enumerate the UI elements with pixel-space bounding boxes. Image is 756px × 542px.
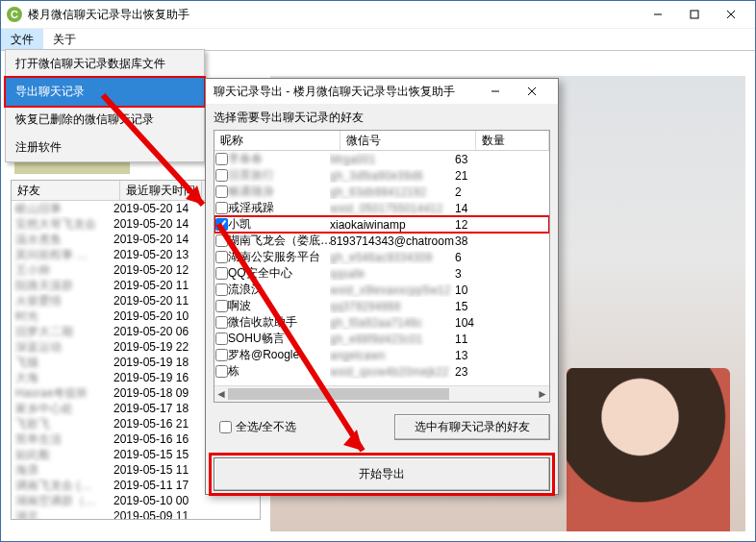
- row-count: 38: [455, 234, 503, 248]
- dialog-minimize-button[interactable]: [477, 81, 514, 102]
- col-nickname[interactable]: 昵称: [214, 131, 340, 150]
- list-row[interactable]: SOHU畅言gh_e88f9d423c0111: [214, 331, 549, 347]
- friend-listview: 昵称 微信号 数量 李春春Mrga00163旧喜旅行gh_3dfba90e39d…: [214, 130, 550, 403]
- row-checkbox[interactable]: [215, 202, 228, 214]
- row-checkbox[interactable]: [215, 153, 228, 165]
- dialog-instruction: 选择需要导出聊天记录的好友: [214, 110, 550, 126]
- maximize-button[interactable]: [676, 4, 713, 25]
- col-last-time[interactable]: 最近聊天时间: [120, 181, 202, 200]
- list-row[interactable]: 戒淫戒躁wxid_050175501441214: [214, 200, 549, 216]
- horizontal-scrollbar[interactable]: ◄ ►: [214, 385, 549, 402]
- row-checkbox[interactable]: [215, 234, 228, 247]
- col-count[interactable]: 数量: [476, 131, 549, 150]
- menu-file[interactable]: 文件: [1, 29, 43, 50]
- friend-name: 大海: [12, 370, 112, 386]
- friend-name: 如此般: [12, 447, 112, 463]
- friend-row[interactable]: 湖北2019-05-09 11: [12, 508, 260, 520]
- row-checkbox[interactable]: [215, 365, 228, 378]
- friend-name: 火柴爱情: [12, 293, 112, 309]
- select-all-input[interactable]: [219, 421, 232, 433]
- select-has-chat-button[interactable]: 选中有聊天记录的好友: [394, 414, 550, 440]
- menu-register[interactable]: 注册软件: [6, 134, 204, 161]
- list-row[interactable]: 李春春Mrga00163: [214, 151, 549, 167]
- list-row[interactable]: 栋wxid_qxvw4b20mejk2223: [214, 363, 549, 380]
- start-export-button[interactable]: 开始导出: [214, 457, 550, 491]
- file-menu-dropdown: 打开微信聊天记录数据库文件 导出聊天记录 恢复已删除的微信聊天记录 注册软件: [5, 49, 205, 162]
- row-wechat-id: qqsafe: [330, 267, 455, 281]
- col-friend[interactable]: 好友: [12, 181, 120, 200]
- window-title: 楼月微信聊天记录导出恢复助手: [28, 7, 189, 23]
- row-nickname: QQ安全中心: [228, 265, 330, 282]
- row-checkbox[interactable]: [215, 251, 228, 263]
- menu-export-chat[interactable]: 导出聊天记录: [4, 76, 206, 108]
- row-nickname: 微信收款助手: [228, 314, 330, 331]
- friend-name: 温水煮鱼: [12, 232, 112, 248]
- menu-recover-deleted[interactable]: 恢复已删除的微信聊天记录: [6, 106, 204, 134]
- list-row[interactable]: 流浪汉wxid_x9lexaxxcpp5w1210: [214, 282, 549, 298]
- list-row[interactable]: 旧喜旅行gh_3dfba90e39d621: [214, 167, 549, 184]
- row-checkbox[interactable]: [215, 316, 228, 329]
- row-checkbox[interactable]: [215, 267, 228, 280]
- row-wechat-id: gh_e88f9d423c01: [330, 333, 455, 346]
- row-count: 15: [455, 300, 503, 313]
- row-wechat-id: 8193714343@chatroom: [330, 234, 455, 248]
- row-checkbox[interactable]: [215, 218, 228, 231]
- friend-name: 岐山旧事: [12, 201, 112, 217]
- friend-name: 湖南空调群（…: [12, 493, 112, 509]
- friend-name: 安然大哥飞龙会: [12, 216, 112, 233]
- menu-open-db[interactable]: 打开微信聊天记录数据库文件: [6, 50, 204, 78]
- row-nickname: 湖南飞龙会（娄底…: [228, 233, 330, 249]
- dialog-titlebar: 聊天记录导出 - 楼月微信聊天记录导出恢复助手: [206, 79, 558, 104]
- svg-rect-1: [691, 11, 698, 18]
- row-count: 6: [455, 251, 503, 264]
- scroll-thumb[interactable]: [228, 388, 449, 400]
- col-wechat-id[interactable]: 微信号: [340, 131, 476, 150]
- listview-rows[interactable]: 李春春Mrga00163旧喜旅行gh_3dfba90e39d621畅通随身gh_…: [214, 151, 549, 385]
- list-row[interactable]: 啊波qq37929486815: [214, 298, 549, 314]
- row-checkbox[interactable]: [215, 169, 228, 182]
- row-nickname: 栋: [228, 363, 330, 380]
- friend-name: 飞猫: [12, 355, 112, 371]
- row-count: 10: [455, 283, 503, 297]
- row-count: 63: [455, 153, 503, 166]
- list-row[interactable]: 小凯xiaokaiwinamp12: [214, 216, 549, 233]
- friend-name: 莫问前程事 …: [12, 247, 112, 263]
- list-row[interactable]: 微信收款助手gh_f0a92aa7146c104: [214, 314, 549, 331]
- select-all-label: 全选/全不选: [236, 419, 296, 435]
- row-wechat-id: Mrga001: [330, 153, 455, 166]
- row-checkbox[interactable]: [215, 349, 228, 361]
- friend-name: 王小帅: [12, 262, 112, 279]
- row-checkbox[interactable]: [215, 185, 228, 198]
- scroll-left-icon[interactable]: ◄: [214, 386, 228, 402]
- list-row[interactable]: QQ安全中心qqsafe3: [214, 265, 549, 282]
- row-wechat-id: wxid_qxvw4b20mejk22: [330, 365, 455, 379]
- app-icon: C: [7, 7, 22, 22]
- row-count: 21: [455, 169, 503, 183]
- friend-name: Haorae考值班: [12, 385, 112, 402]
- scroll-right-icon[interactable]: ►: [536, 386, 549, 402]
- menu-about[interactable]: 关于: [43, 29, 86, 50]
- close-button[interactable]: [713, 4, 749, 25]
- minimize-button[interactable]: [640, 4, 676, 25]
- list-row[interactable]: 罗格@Roogleangelcawn13: [214, 347, 549, 363]
- friend-name: 简单生活: [12, 431, 112, 448]
- row-nickname: 流浪汉: [228, 282, 330, 298]
- row-nickname: 李春春: [228, 151, 330, 167]
- dialog-title: 聊天记录导出 - 楼月微信聊天记录导出恢复助手: [214, 84, 455, 100]
- row-nickname: 小凯: [228, 216, 330, 233]
- row-wechat-id: xiaokaiwinamp: [330, 218, 455, 232]
- list-row[interactable]: 畅通随身gh_63db984121922: [214, 184, 549, 200]
- friend-name: 深蓝运动: [12, 339, 112, 356]
- row-wechat-id: gh_63db98412192: [330, 185, 455, 199]
- row-wechat-id: wxid_0501755014412: [330, 202, 455, 215]
- list-row[interactable]: 湖南公安服务平台gh_e546ac93343096: [214, 249, 549, 265]
- row-nickname: 罗格@Roogle: [228, 347, 330, 363]
- row-checkbox[interactable]: [215, 333, 228, 345]
- select-all-checkbox[interactable]: 全选/全不选: [219, 419, 296, 435]
- dialog-close-button[interactable]: [514, 81, 550, 102]
- row-checkbox[interactable]: [215, 283, 228, 296]
- row-checkbox[interactable]: [215, 300, 228, 312]
- row-wechat-id: qq379294868: [330, 300, 455, 313]
- row-count: 3: [455, 267, 503, 281]
- list-row[interactable]: 湖南飞龙会（娄底…8193714343@chatroom38: [214, 233, 549, 249]
